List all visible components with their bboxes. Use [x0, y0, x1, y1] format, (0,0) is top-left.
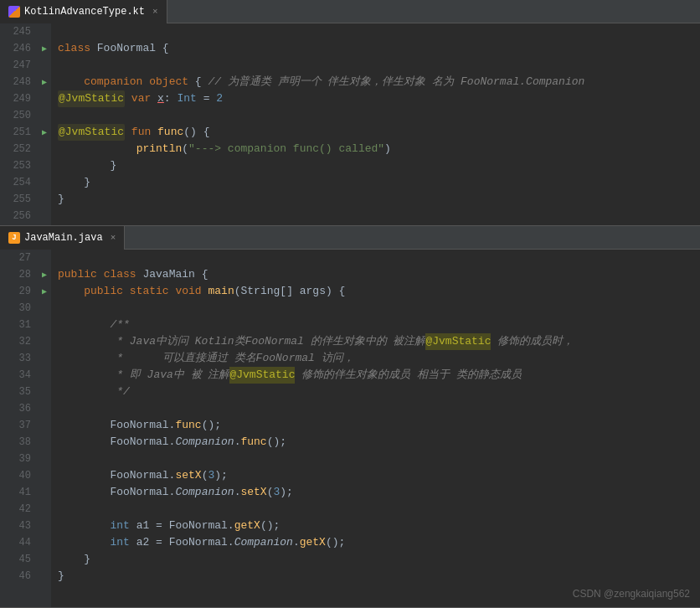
line-number: 247 [0, 57, 38, 74]
code-line: * 即 Java中 被 注解@JvmStatic 修饰的伴生对象的成员 相当于 … [58, 367, 700, 384]
kotlin-section: KotlinAdvanceType.kt × 24524624724824925… [0, 0, 700, 226]
code-line: @JvmStatic var x: Int = 2 [58, 90, 700, 107]
code-line: } [58, 568, 700, 585]
kotlin-file-tab[interactable]: KotlinAdvanceType.kt × [0, 0, 167, 23]
kotlin-filename: KotlinAdvanceType.kt [24, 6, 145, 18]
run-icon[interactable]: ▶ [42, 127, 47, 137]
line-number: 33 [0, 350, 38, 367]
run-icon[interactable]: ▶ [42, 44, 47, 54]
code-line: */ [58, 384, 700, 400]
gutter-cell [38, 534, 51, 551]
java-close[interactable]: × [111, 233, 116, 243]
gutter-cell [38, 451, 51, 467]
line-number: 42 [0, 501, 38, 518]
code-line [58, 451, 700, 467]
line-number: 40 [0, 467, 38, 484]
gutter-cell [38, 568, 51, 585]
line-number: 250 [0, 107, 38, 124]
line-number: 249 [0, 90, 38, 107]
line-number: 27 [0, 250, 38, 266]
line-number: 256 [0, 208, 38, 224]
code-line [58, 208, 700, 224]
code-line: FooNormal.Companion.setX(3); [58, 484, 700, 501]
line-number: 246 [0, 40, 38, 57]
line-number: 34 [0, 367, 38, 384]
gutter-cell [38, 250, 51, 266]
gutter-cell [38, 350, 51, 367]
gutter-cell [38, 191, 51, 208]
gutter-cell [38, 107, 51, 124]
code-line [58, 501, 700, 518]
gutter-cell [38, 174, 51, 191]
line-number: 30 [0, 300, 38, 317]
line-number: 39 [0, 451, 38, 467]
gutter-cell [38, 157, 51, 174]
gutter-cell [38, 367, 51, 384]
gutter-cell [38, 400, 51, 417]
line-number: 36 [0, 400, 38, 417]
line-number: 35 [0, 384, 38, 400]
java-code-lines: public class JavaMain { public static vo… [51, 250, 700, 607]
java-section: J JavaMain.java × 2728293031323334353637… [0, 226, 700, 608]
code-line: } [58, 191, 700, 208]
line-number: 44 [0, 534, 38, 551]
java-lines-container: 2728293031323334353637383940414243444546… [0, 250, 700, 607]
line-number: 248 [0, 74, 38, 90]
code-line [58, 400, 700, 417]
code-line: int a1 = FooNormal.getX(); [58, 518, 700, 534]
line-number: 37 [0, 417, 38, 434]
line-number: 254 [0, 174, 38, 191]
kotlin-tab-bar: KotlinAdvanceType.kt × [0, 0, 700, 23]
kotlin-icon [8, 6, 20, 18]
gutter-cell [38, 23, 51, 40]
line-number: 38 [0, 434, 38, 451]
kotlin-close[interactable]: × [152, 7, 158, 17]
gutter-cell [38, 518, 51, 534]
line-number: 255 [0, 191, 38, 208]
gutter-cell: ▶ [38, 40, 51, 57]
run-icon[interactable]: ▶ [42, 270, 47, 280]
code-line: FooNormal.Companion.func(); [58, 434, 700, 451]
line-number: 252 [0, 141, 38, 157]
line-number: 251 [0, 124, 38, 141]
line-number: 45 [0, 551, 38, 568]
line-number: 253 [0, 157, 38, 174]
code-line: companion object { // 为普通类 声明一个 伴生对象，伴生对… [58, 74, 700, 90]
gutter-cell [38, 484, 51, 501]
line-number: 31 [0, 317, 38, 333]
gutter-cell [38, 208, 51, 224]
code-line: } [58, 551, 700, 568]
java-file-tab[interactable]: J JavaMain.java × [0, 226, 125, 250]
run-icon[interactable]: ▶ [42, 77, 47, 87]
code-line: int a2 = FooNormal.Companion.getX(); [58, 534, 700, 551]
line-number: 29 [0, 283, 38, 300]
gutter-cell [38, 333, 51, 350]
code-line: FooNormal.func(); [58, 417, 700, 434]
java-filename: JavaMain.java [24, 232, 103, 244]
gutter-cell: ▶ [38, 124, 51, 141]
code-line: class FooNormal { [58, 40, 700, 57]
code-line: /** [58, 317, 700, 333]
run-icon[interactable]: ▶ [42, 286, 47, 296]
code-line: public static void main(String[] args) { [58, 283, 700, 300]
java-line-numbers: 2728293031323334353637383940414243444546 [0, 250, 38, 607]
gutter-cell [38, 90, 51, 107]
kotlin-lines-container: 245246247248249250251252253254255256 ▶▶▶… [0, 23, 700, 225]
code-line: * Java中访问 Kotlin类FooNormal 的伴生对象中的 被注解@J… [58, 333, 700, 350]
code-line: public class JavaMain { [58, 266, 700, 283]
code-line: println("---> companion func() called") [58, 141, 700, 157]
code-line: } [58, 157, 700, 174]
line-number: 245 [0, 23, 38, 40]
java-left-gutter: ▶▶ [38, 250, 51, 607]
editor-container: KotlinAdvanceType.kt × 24524624724824925… [0, 0, 700, 608]
line-number: 46 [0, 568, 38, 585]
java-tab-bar: J JavaMain.java × [0, 226, 700, 250]
line-number: 28 [0, 266, 38, 283]
code-line: FooNormal.setX(3); [58, 467, 700, 484]
gutter-cell [38, 417, 51, 434]
gutter-cell [38, 57, 51, 74]
gutter-cell [38, 434, 51, 451]
line-number: 32 [0, 333, 38, 350]
gutter-cell: ▶ [38, 283, 51, 300]
gutter-cell [38, 551, 51, 568]
